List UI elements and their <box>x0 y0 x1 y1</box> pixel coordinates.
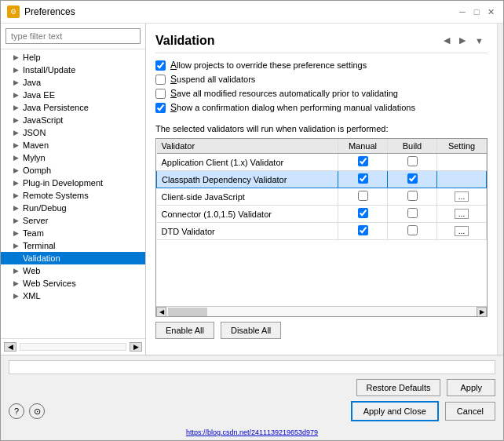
allow-override-checkbox[interactable] <box>155 60 166 71</box>
arrow-icon: ▶ <box>13 66 23 74</box>
sidebar-scroll-right[interactable]: ▶ <box>130 342 142 352</box>
build-cell <box>388 154 437 171</box>
arrow-icon: ▶ <box>13 116 23 124</box>
arrow-icon: ▶ <box>13 279 23 287</box>
sidebar-item-xml[interactable]: ▶ XML <box>1 290 145 302</box>
table-row[interactable]: Client-side JavaScript ... <box>157 188 487 206</box>
sidebar-item-install-update[interactable]: ▶ Install/Update <box>1 64 145 76</box>
cancel-button[interactable]: Cancel <box>445 402 495 421</box>
window-title: Preferences <box>24 6 451 17</box>
validators-description: The selected validators will run when va… <box>155 124 488 133</box>
apply-and-close-button[interactable]: Apply and Close <box>351 401 439 421</box>
empty-text-area <box>9 360 495 374</box>
sidebar-item-terminal[interactable]: ▶ Terminal <box>1 239 145 252</box>
arrow-icon: ▶ <box>13 78 23 86</box>
manual-checkbox[interactable] <box>358 156 368 166</box>
sidebar-item-web-services[interactable]: ▶ Web Services <box>1 277 145 290</box>
checkbox-row-2: Save all modified resources automaticall… <box>155 88 488 99</box>
save-resources-checkbox[interactable] <box>155 89 166 99</box>
settings-cell <box>437 171 487 188</box>
build-checkbox[interactable] <box>407 156 418 166</box>
sidebar-item-mylyn[interactable]: ▶ Mylyn <box>1 151 145 164</box>
suspend-validators-checkbox[interactable] <box>155 75 166 85</box>
sidebar-item-java[interactable]: ▶ Java <box>1 76 145 89</box>
table-row[interactable]: Application Client (1.x) Validator <box>157 154 487 171</box>
nav-buttons: ◀ ▶ ▼ <box>440 33 488 48</box>
maximize-button[interactable]: □ <box>470 5 483 18</box>
sidebar-item-java-persistence[interactable]: ▶ Java Persistence <box>1 101 145 114</box>
help-icon-button[interactable]: ? <box>9 403 24 419</box>
build-cell <box>388 223 437 240</box>
col-build: Build <box>388 139 437 154</box>
close-button[interactable]: ✕ <box>484 5 497 18</box>
sidebar-item-maven[interactable]: ▶ Maven <box>1 139 145 151</box>
settings-cell[interactable]: ... <box>437 188 487 206</box>
sidebar-item-web[interactable]: ▶ Web <box>1 264 145 277</box>
sidebar-item-team[interactable]: ▶ Team <box>1 227 145 239</box>
manual-checkbox[interactable] <box>358 225 368 235</box>
arrow-icon: ▶ <box>13 292 23 300</box>
preferences-icon-button[interactable]: ⊙ <box>29 403 45 419</box>
apply-button[interactable]: Apply <box>447 379 495 396</box>
disable-all-button[interactable]: Disable All <box>221 322 281 339</box>
search-input[interactable] <box>5 28 141 44</box>
minimize-button[interactable]: ─ <box>456 5 469 18</box>
sidebar-item-remote-systems[interactable]: ▶ Remote Systems <box>1 189 145 202</box>
build-cell <box>388 188 437 206</box>
manual-checkbox[interactable] <box>358 191 368 201</box>
settings-button[interactable]: ... <box>455 209 469 219</box>
settings-button[interactable]: ... <box>455 191 469 202</box>
sidebar-item-validation[interactable]: Validation <box>1 252 145 264</box>
forward-button[interactable]: ▶ <box>455 33 469 48</box>
build-cell <box>388 206 437 223</box>
restore-apply-row: Restore Defaults Apply <box>9 379 495 396</box>
sidebar-item-javascript[interactable]: ▶ JavaScript <box>1 114 145 126</box>
arrow-icon: ▶ <box>13 242 23 250</box>
build-checkbox[interactable] <box>407 208 418 218</box>
sidebar-item-java-ee[interactable]: ▶ Java EE <box>1 89 145 101</box>
page-title: Validation <box>155 34 215 48</box>
validator-name: Classpath Dependency Validator <box>157 171 338 188</box>
build-checkbox[interactable] <box>407 173 418 184</box>
settings-button[interactable]: ... <box>455 226 469 236</box>
preferences-window: ⚙ Preferences ─ □ ✕ ▶ Help ▶ Install/Upd… <box>0 0 504 441</box>
validators-table-scroll[interactable]: Validator Manual Build Setting Applicati… <box>156 139 487 306</box>
scroll-right-button[interactable]: ▶ <box>477 307 487 317</box>
window-icon: ⚙ <box>7 5 20 18</box>
sidebar-item-oomph[interactable]: ▶ Oomph <box>1 164 145 177</box>
settings-cell[interactable]: ... <box>437 223 487 240</box>
search-box <box>1 24 145 49</box>
sidebar-scroll-left[interactable]: ◀ <box>4 342 16 352</box>
sidebar-item-json[interactable]: ▶ JSON <box>1 126 145 139</box>
manual-cell <box>338 154 388 171</box>
enable-all-button[interactable]: Enable All <box>155 322 214 339</box>
manual-cell <box>338 206 388 223</box>
arrow-icon: ▶ <box>13 154 23 162</box>
table-row[interactable]: DTD Validator ... <box>157 223 487 240</box>
arrow-icon: ▶ <box>13 267 23 275</box>
manual-checkbox[interactable] <box>358 173 368 184</box>
restore-defaults-button[interactable]: Restore Defaults <box>356 379 441 396</box>
help-icons: ? ⊙ <box>9 403 45 419</box>
sidebar-item-help[interactable]: ▶ Help <box>1 51 145 64</box>
window-controls: ─ □ ✕ <box>456 5 497 18</box>
sidebar-item-plugin-development[interactable]: ▶ Plug-in Development <box>1 177 145 189</box>
manual-checkbox[interactable] <box>358 208 368 218</box>
sidebar-item-run-debug[interactable]: ▶ Run/Debug <box>1 202 145 214</box>
col-manual: Manual <box>338 139 388 154</box>
build-checkbox[interactable] <box>407 225 418 235</box>
scroll-left-button[interactable]: ◀ <box>156 307 166 317</box>
back-button[interactable]: ◀ <box>440 33 454 48</box>
sidebar-item-server[interactable]: ▶ Server <box>1 214 145 227</box>
dropdown-button[interactable]: ▼ <box>471 34 488 48</box>
show-confirmation-checkbox[interactable] <box>155 103 166 113</box>
main-content: Validation ◀ ▶ ▼ Allow projects to overr… <box>146 24 497 355</box>
checkbox-row-3: Show a confirmation dialog when performi… <box>155 102 488 113</box>
validator-name: Client-side JavaScript <box>157 188 338 206</box>
checkbox-row-0: Allow projects to override these prefere… <box>155 60 488 71</box>
table-row[interactable]: Connector (1.0,1.5) Validator ... <box>157 206 487 223</box>
build-checkbox[interactable] <box>407 191 418 201</box>
scroll-track[interactable] <box>166 307 477 316</box>
table-row[interactable]: Classpath Dependency Validator <box>157 171 487 188</box>
settings-cell[interactable]: ... <box>437 206 487 223</box>
